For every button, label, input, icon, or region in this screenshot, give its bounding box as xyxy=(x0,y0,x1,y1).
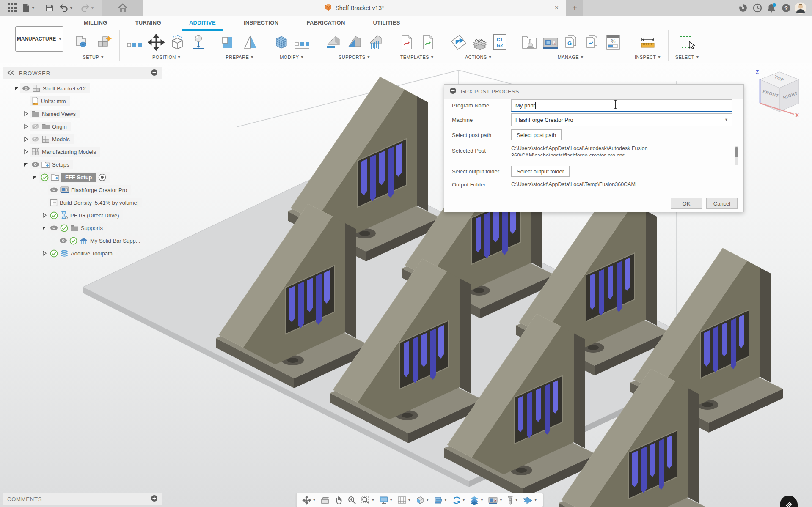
tree-node-body[interactable]: Units: mm xyxy=(30,96,70,106)
ribbon-tab-utilities[interactable]: UTILITIES xyxy=(362,17,411,30)
group-label-modify[interactable]: MODIFY▼ xyxy=(280,55,304,61)
home-icon[interactable] xyxy=(116,2,129,14)
tree-node-body[interactable]: Additive Toolpath xyxy=(48,249,116,258)
template-green-icon[interactable] xyxy=(419,34,436,52)
tree-row-petg-direct-drive[interactable]: PETG (Direct Drive) xyxy=(3,209,162,222)
add-comment-icon[interactable] xyxy=(151,495,158,504)
measure-icon[interactable] xyxy=(639,34,656,52)
tree-node-label[interactable]: Manufacturing Models xyxy=(42,149,96,155)
ribbon-tab-inspection[interactable]: INSPECTION xyxy=(233,17,289,30)
tree-row-fff-setup[interactable]: FFF Setup xyxy=(3,171,162,184)
file-icon[interactable]: ▼ xyxy=(22,2,40,14)
print-settings-icon[interactable]: % xyxy=(606,34,621,52)
document-tab[interactable]: Shelf Bracket v13* × xyxy=(143,0,566,16)
check-icon[interactable] xyxy=(69,237,77,245)
select-box-icon[interactable] xyxy=(678,34,697,52)
slice-layers-icon[interactable] xyxy=(471,34,488,52)
collapse-panel-icon[interactable] xyxy=(7,69,15,77)
expand-arrow-icon[interactable] xyxy=(41,250,48,256)
visual-style-icon[interactable]: ▼ xyxy=(468,496,485,505)
grid-menu-icon[interactable] xyxy=(6,2,19,14)
tree-node-label[interactable]: Setups xyxy=(52,162,69,168)
notifications-icon[interactable] xyxy=(765,0,779,16)
template-red-icon[interactable] xyxy=(398,34,415,52)
ribbon-tab-milling[interactable]: MILLING xyxy=(73,17,118,30)
toolpath-flow-icon[interactable]: ▼ xyxy=(521,496,539,504)
tree-row-models[interactable]: Models xyxy=(3,133,162,145)
tree-row-origin[interactable]: Origin xyxy=(3,120,162,133)
tree-row-units-mm[interactable]: Units: mm xyxy=(3,95,162,107)
place-on-platform-icon[interactable] xyxy=(190,34,207,52)
job-status-icon[interactable] xyxy=(750,0,765,16)
dialog-collapse-icon[interactable] xyxy=(449,87,457,96)
tree-node-body[interactable]: My Solid Bar Supp... xyxy=(58,236,144,246)
select-output-folder-button[interactable]: Select output folder xyxy=(511,166,570,177)
post-library-icon[interactable]: G xyxy=(563,34,580,52)
machine-library-icon[interactable] xyxy=(542,36,559,52)
eye-icon[interactable] xyxy=(50,187,58,193)
group-label-manage[interactable]: MANAGE▼ xyxy=(558,55,584,61)
ribbon-tab-additive[interactable]: ADDITIVE xyxy=(178,17,227,30)
check-icon[interactable] xyxy=(41,173,49,181)
group-label-position[interactable]: POSITION▼ xyxy=(152,55,181,61)
redo-icon[interactable]: ▼ xyxy=(80,2,98,14)
orient-icon[interactable] xyxy=(169,34,186,52)
tree-node-label[interactable]: Origin xyxy=(52,123,67,130)
post-process-icon[interactable] xyxy=(450,34,467,52)
turntable-icon[interactable]: ▼ xyxy=(451,496,467,505)
tree-row-setups[interactable]: Setups xyxy=(3,158,162,171)
steps-icon[interactable]: ▼ xyxy=(432,496,449,504)
tree-node-label[interactable]: Additive Toolpath xyxy=(71,250,113,257)
home-tab[interactable] xyxy=(102,0,143,16)
move-icon[interactable] xyxy=(148,34,165,52)
setup-additive-icon[interactable] xyxy=(96,34,113,52)
collapse-arrow-icon[interactable] xyxy=(13,85,20,91)
tree-node-body[interactable]: Manufacturing Models xyxy=(30,147,100,157)
prepare-triangle-icon[interactable] xyxy=(242,34,259,52)
close-tab-icon[interactable]: × xyxy=(555,4,559,12)
eye-icon[interactable] xyxy=(22,85,30,91)
tree-node-label[interactable]: PETG (Direct Drive) xyxy=(70,212,119,219)
comments-bar[interactable]: COMMENTS xyxy=(3,493,162,505)
tree-row-supports[interactable]: Supports xyxy=(3,222,162,234)
select-post-path-button[interactable]: Select post path xyxy=(511,129,562,140)
display-settings-icon[interactable]: ▼ xyxy=(378,496,394,504)
undo-icon[interactable]: ▼ xyxy=(59,2,77,14)
collapse-arrow-icon[interactable] xyxy=(41,225,48,231)
tree-row-flashforge-creator-pro[interactable]: Flashforge Creator Pro xyxy=(3,184,162,196)
expand-arrow-icon[interactable] xyxy=(22,123,30,129)
zoom-icon[interactable] xyxy=(346,496,358,505)
expand-arrow-icon[interactable] xyxy=(22,111,30,117)
dialog-title-bar[interactable]: GPX POST PROCESS xyxy=(444,85,743,99)
expand-arrow-icon[interactable] xyxy=(22,136,30,142)
ribbon-tab-turning[interactable]: TURNING xyxy=(124,17,172,30)
new-tab-button[interactable]: + xyxy=(566,0,583,16)
tree-node-label[interactable]: Models xyxy=(52,136,70,143)
collapse-arrow-icon[interactable] xyxy=(22,162,30,167)
tree-node-label[interactable]: Units: mm xyxy=(41,98,66,104)
cancel-button[interactable]: Cancel xyxy=(706,198,738,209)
tree-row-named-views[interactable]: Named Views xyxy=(3,107,162,120)
machine-view-icon[interactable]: ▼ xyxy=(487,496,504,504)
support-bar-icon[interactable] xyxy=(367,34,384,52)
tree-node-body[interactable]: PETG (Direct Drive) xyxy=(48,210,123,220)
group-label-setup[interactable]: SETUP▼ xyxy=(83,55,105,61)
tree-node-body[interactable]: Setups xyxy=(30,160,73,169)
tool-library-icon[interactable] xyxy=(521,34,538,52)
eye-off-icon[interactable] xyxy=(31,136,39,142)
check-icon[interactable] xyxy=(50,249,58,258)
group-label-prepare[interactable]: PREPARE▼ xyxy=(226,55,254,61)
setup-milling-icon[interactable] xyxy=(74,34,91,52)
view-cube[interactable]: TOP FRONT RIGHT Z X xyxy=(750,64,809,123)
tree-node-body[interactable]: Build Density [5.41% by volume] xyxy=(48,198,142,207)
check-icon[interactable] xyxy=(50,211,58,219)
tree-node-body[interactable]: Named Views xyxy=(30,110,80,118)
path-scrollbar[interactable] xyxy=(735,146,738,165)
g1g2-icon[interactable]: G1G2 xyxy=(493,34,507,52)
tree-node-body[interactable]: Shelf Bracket v12 xyxy=(20,83,90,93)
tree-node-body[interactable]: Supports xyxy=(48,223,107,233)
expand-arrow-icon[interactable] xyxy=(22,149,30,155)
look-at-icon[interactable] xyxy=(319,496,331,504)
ribbon-tab-fabrication[interactable]: FABRICATION xyxy=(295,17,356,30)
group-label-inspect[interactable]: INSPECT▼ xyxy=(635,55,661,61)
